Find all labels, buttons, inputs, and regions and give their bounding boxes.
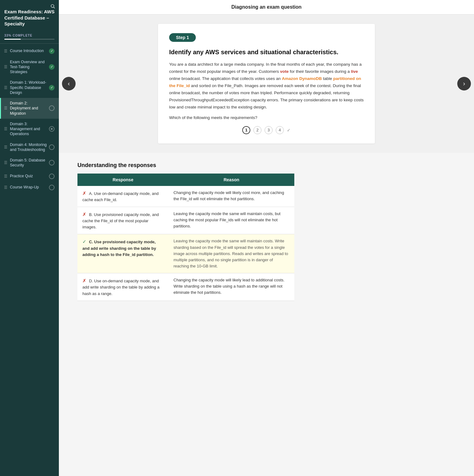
table-row: ✗ D. Use on-demand capacity mode, and ad… bbox=[77, 273, 294, 301]
step-body: You are a data architect for a large med… bbox=[169, 61, 364, 111]
table-row: ✓ C. Use provisioned capacity mode, and … bbox=[77, 234, 294, 273]
wrong-icon: ✗ bbox=[82, 278, 88, 283]
page-1-button[interactable]: 1 bbox=[242, 126, 250, 134]
hamburger-icon: ☰ bbox=[4, 86, 7, 90]
response-cell: ✗ B. Use provisioned capacity mode, and … bbox=[77, 207, 169, 234]
wrong-icon: ✗ bbox=[82, 191, 88, 196]
sidebar-item-label: Domain 4: Monitoring and Troubleshooting bbox=[10, 142, 48, 152]
next-arrow-button[interactable]: › bbox=[457, 77, 471, 90]
sidebar-item-label: Domain 2: Deployment and Migration bbox=[10, 101, 48, 116]
response-text: A. Use on-demand capacity mode, and cach… bbox=[82, 191, 159, 202]
step-pagination: 1 2 3 4 ✓ bbox=[169, 126, 364, 134]
col-header-response: Response bbox=[77, 174, 169, 186]
sidebar-item-domain-1[interactable]: ☰Domain 1: Workload-Specific Database De… bbox=[0, 77, 59, 98]
status-dot-icon bbox=[49, 126, 55, 132]
sidebar-item-practice-quiz[interactable]: ☰Practice Quiz bbox=[0, 171, 59, 182]
sidebar-item-label: Exam Overview and Test-Taking Strategies bbox=[10, 60, 48, 75]
step-question: Which of the following meets the require… bbox=[169, 115, 364, 120]
hamburger-icon: ☰ bbox=[4, 65, 7, 69]
wrong-icon: ✗ bbox=[82, 212, 88, 217]
status-done-icon: ✓ bbox=[49, 64, 55, 70]
sidebar-item-label: Course Introduction bbox=[10, 48, 48, 53]
reason-cell: Leaving the capacity mode the same will … bbox=[169, 234, 294, 273]
sidebar-item-label: Practice Quiz bbox=[10, 174, 48, 178]
sidebar: Exam Readiness: AWS Certified Database –… bbox=[0, 0, 59, 476]
reason-cell: Changing the capacity mode will likely l… bbox=[169, 273, 294, 301]
hamburger-icon: ☰ bbox=[4, 145, 7, 149]
status-ring-icon bbox=[49, 185, 55, 190]
highlight-vote: vote bbox=[280, 69, 289, 74]
progress-bar-fill bbox=[4, 39, 21, 40]
hamburger-icon: ☰ bbox=[4, 49, 7, 53]
table-row: ✗ B. Use provisioned capacity mode, and … bbox=[77, 207, 294, 234]
responses-section: Understanding the responses Response Rea… bbox=[59, 153, 474, 313]
response-cell: ✓ C. Use provisioned capacity mode, and … bbox=[77, 234, 169, 273]
svg-line-1 bbox=[54, 7, 55, 8]
sidebar-item-course-intro[interactable]: ☰Course Introduction✓ bbox=[0, 46, 59, 57]
response-cell: ✗ D. Use on-demand capacity mode, and ad… bbox=[77, 273, 169, 301]
step-body-text-4: table bbox=[322, 76, 333, 81]
response-text: D. Use on-demand capacity mode, and add … bbox=[82, 279, 160, 296]
svg-point-0 bbox=[51, 5, 54, 7]
status-ring-icon bbox=[49, 105, 55, 111]
step-badge: Step 1 bbox=[169, 33, 196, 42]
step-section: ‹ Step 1 Identify any AWS services and s… bbox=[59, 15, 474, 153]
status-done-icon: ✓ bbox=[49, 48, 55, 54]
highlight-live: live bbox=[351, 69, 358, 74]
sidebar-item-label: Course Wrap-Up bbox=[10, 185, 48, 190]
progress-bar-background bbox=[4, 39, 55, 40]
main-content: Diagnosing an exam question ‹ Step 1 Ide… bbox=[59, 0, 474, 476]
sidebar-item-domain-5[interactable]: ☰Domain 5: Database Security bbox=[0, 155, 59, 171]
status-ring-icon bbox=[49, 144, 55, 150]
sidebar-item-course-wrap[interactable]: ☰Course Wrap-Up bbox=[0, 182, 59, 193]
step-body-text-5: and sorted on the File_Path. Images are … bbox=[169, 83, 364, 109]
page-3-button[interactable]: 3 bbox=[265, 126, 273, 134]
search-icon[interactable] bbox=[50, 4, 55, 10]
step-body-text-3: online broadcast. The application that c… bbox=[169, 76, 282, 81]
sidebar-item-domain-3[interactable]: ☰Domain 3: Management and Operations bbox=[0, 119, 59, 139]
highlight-dynamo: Amazon DynamoDB bbox=[282, 76, 322, 81]
sidebar-title: Exam Readiness: AWS Certified Database –… bbox=[4, 9, 55, 27]
nav-items: ☰Course Introduction✓☰Exam Overview and … bbox=[0, 44, 59, 195]
sidebar-item-label: Domain 5: Database Security bbox=[10, 158, 48, 168]
reason-cell: Leaving the capacity mode the same will … bbox=[169, 207, 294, 234]
step-card: Step 1 Identify any AWS services and sit… bbox=[158, 24, 375, 143]
hamburger-icon: ☰ bbox=[4, 174, 7, 178]
page-4-button[interactable]: 4 bbox=[276, 126, 284, 134]
step-heading: Identify any AWS services and situationa… bbox=[169, 48, 364, 56]
sidebar-item-domain-4[interactable]: ☰Domain 4: Monitoring and Troubleshootin… bbox=[0, 139, 59, 155]
page-check-icon: ✓ bbox=[287, 128, 291, 133]
sidebar-header: Exam Readiness: AWS Certified Database –… bbox=[0, 0, 59, 31]
response-text: C. Use provisioned capacity mode, and ad… bbox=[82, 240, 156, 257]
status-done-icon: ✓ bbox=[49, 85, 55, 90]
response-text: B. Use provisioned capacity mode, and ca… bbox=[82, 212, 159, 229]
status-ring-icon bbox=[49, 174, 55, 179]
responses-title: Understanding the responses bbox=[77, 162, 455, 169]
hamburger-icon: ☰ bbox=[4, 106, 7, 110]
sidebar-item-label: Domain 1: Workload-Specific Database Des… bbox=[10, 80, 48, 95]
status-ring-icon bbox=[49, 160, 55, 165]
page-title: Diagnosing an exam question bbox=[59, 0, 474, 15]
progress-label: 33% COMPLETE bbox=[4, 34, 55, 37]
sidebar-item-label: Domain 3: Management and Operations bbox=[10, 121, 48, 137]
col-header-reason: Reason bbox=[169, 174, 294, 186]
reason-cell: Changing the capacity mode will likely c… bbox=[169, 186, 294, 207]
response-cell: ✗ A. Use on-demand capacity mode, and ca… bbox=[77, 186, 169, 207]
hamburger-icon: ☰ bbox=[4, 185, 7, 190]
sidebar-item-exam-overview[interactable]: ☰Exam Overview and Test-Taking Strategie… bbox=[0, 57, 59, 77]
hamburger-icon: ☰ bbox=[4, 161, 7, 165]
table-row: ✗ A. Use on-demand capacity mode, and ca… bbox=[77, 186, 294, 207]
sidebar-item-domain-2[interactable]: ☰Domain 2: Deployment and Migration bbox=[0, 98, 59, 119]
responses-table: Response Reason ✗ A. Use on-demand capac… bbox=[77, 174, 294, 301]
prev-arrow-button[interactable]: ‹ bbox=[62, 77, 76, 90]
progress-section: 33% COMPLETE bbox=[0, 31, 59, 44]
correct-icon: ✓ bbox=[82, 239, 88, 244]
step-body-text-2: for their favorite images during a bbox=[289, 69, 351, 74]
hamburger-icon: ☰ bbox=[4, 127, 7, 131]
page-2-button[interactable]: 2 bbox=[253, 126, 261, 134]
